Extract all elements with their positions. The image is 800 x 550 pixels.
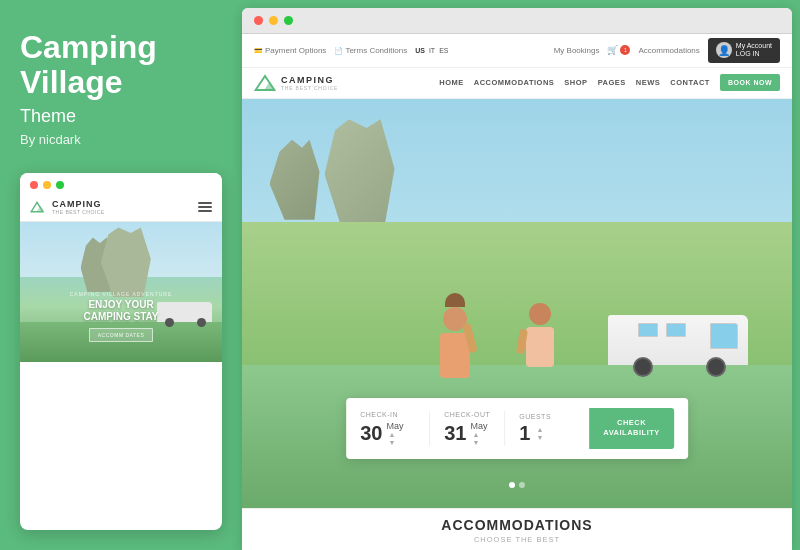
dot-green	[56, 181, 64, 189]
accommodations-section: ACCOMMODATIONS CHOOSE THE BEST	[242, 508, 792, 550]
hero-rv	[608, 312, 748, 377]
website-hero: CHECK-IN 30 May ▲ ▼	[242, 99, 792, 508]
mockup-hamburger-icon[interactable]	[198, 202, 212, 212]
left-panel: Camping Village Theme By nicdark CAMPING…	[0, 0, 242, 550]
lang-us[interactable]: US	[415, 47, 425, 54]
terms-conditions-item[interactable]: Terms Conditions	[334, 46, 407, 55]
theme-subtitle: Theme	[20, 106, 222, 127]
hero-children	[407, 273, 567, 393]
carousel-dot-1[interactable]	[509, 482, 515, 488]
lang-it[interactable]: IT	[429, 47, 435, 54]
nav-logo[interactable]: CAMPING THE BEST CHOICE	[254, 74, 338, 92]
website-content: Payment Options Terms Conditions US IT E…	[242, 34, 792, 550]
mockup-mountain-icon	[30, 201, 44, 213]
topbar-right: My Bookings 1 Accommodations My Account …	[554, 38, 780, 63]
mockup-brand: CAMPING THE BEST CHOICE	[52, 199, 105, 215]
carousel-dots	[509, 482, 525, 488]
checkout-up-arrow[interactable]: ▲	[472, 431, 487, 438]
booking-widget: CHECK-IN 30 May ▲ ▼	[346, 398, 688, 459]
mockup-hero: CAMPING VILLAGE ADVENTURE ENJOY YOUR CAM…	[20, 222, 222, 362]
account-avatar	[716, 42, 732, 58]
mockup-topbar	[20, 173, 222, 193]
rv-window-2	[666, 323, 686, 337]
accommodations-link[interactable]: Accommodations	[638, 46, 699, 55]
nav-item-shop[interactable]: SHOP	[564, 78, 587, 87]
nav-mountain-icon	[254, 74, 276, 92]
svg-marker-3	[264, 81, 275, 90]
browser-window: Payment Options Terms Conditions US IT E…	[242, 8, 792, 550]
checkin-down-arrow[interactable]: ▼	[388, 439, 403, 446]
guests-up-arrow[interactable]: ▲	[536, 426, 543, 433]
accommodations-subtitle: CHOOSE THE BEST	[254, 535, 780, 544]
browser-dot-red[interactable]	[254, 16, 263, 25]
nav-item-accommodations[interactable]: ACCOMMODATIONS	[474, 78, 555, 87]
rv-body	[608, 315, 748, 365]
browser-dot-green[interactable]	[284, 16, 293, 25]
theme-title: Camping Village	[20, 30, 222, 106]
nav-item-home[interactable]: HOME	[439, 78, 464, 87]
nav-item-pages[interactable]: PAGES	[598, 78, 626, 87]
mockup-nav: CAMPING THE BEST CHOICE	[20, 193, 222, 222]
check-availability-button[interactable]: CHECK AVAILABILITY	[589, 408, 674, 449]
svg-marker-1	[36, 206, 44, 212]
lang-es[interactable]: ES	[439, 47, 448, 54]
website-nav: CAMPING THE BEST CHOICE HOME ACCOMMODATI…	[242, 68, 792, 99]
browser-dot-yellow[interactable]	[269, 16, 278, 25]
topbar-left: Payment Options Terms Conditions US IT E…	[254, 46, 449, 55]
accommodations-title: ACCOMMODATIONS	[254, 517, 780, 533]
guests-down-arrow[interactable]: ▼	[536, 434, 543, 441]
payment-options-item[interactable]: Payment Options	[254, 46, 326, 55]
nav-menu: HOME ACCOMMODATIONS SHOP PAGES NEWS CONT…	[439, 74, 780, 91]
user-icon	[718, 45, 730, 56]
nav-item-contact[interactable]: CONTACT	[670, 78, 710, 87]
carousel-dot-2[interactable]	[519, 482, 525, 488]
mobile-mockup: CAMPING THE BEST CHOICE	[20, 173, 222, 530]
theme-by: By nicdark	[20, 132, 222, 147]
guests-field: GUESTS 1 ▲ ▼	[505, 413, 575, 443]
checkin-field: CHECK-IN 30 May ▲ ▼	[360, 411, 430, 446]
rv-wheel-left	[633, 357, 653, 377]
rv-cab	[710, 323, 738, 349]
my-account-button[interactable]: My Account LOG IN	[708, 38, 780, 63]
child-figure-2	[512, 303, 567, 393]
dot-yellow	[43, 181, 51, 189]
child-figure-1	[427, 293, 482, 393]
mockup-overlay-text: CAMPING VILLAGE ADVENTURE ENJOY YOUR CAM…	[30, 291, 212, 342]
rv-wheel-right	[706, 357, 726, 377]
dot-red	[30, 181, 38, 189]
cart-area[interactable]: 1	[607, 45, 630, 55]
payment-icon	[254, 46, 263, 55]
website-topbar: Payment Options Terms Conditions US IT E…	[242, 34, 792, 68]
mockup-cta-btn[interactable]: ACCOMM DATES	[89, 328, 153, 342]
my-bookings-link[interactable]: My Bookings	[554, 46, 600, 55]
nav-item-news[interactable]: NEWS	[636, 78, 661, 87]
hero-background: CHECK-IN 30 May ▲ ▼	[242, 99, 792, 508]
rv-window-1	[638, 323, 658, 337]
terms-icon	[334, 46, 343, 55]
checkin-up-arrow[interactable]: ▲	[388, 431, 403, 438]
book-now-button[interactable]: BOOK NOW	[720, 74, 780, 91]
checkout-field: CHECK-OUT 31 May ▲ ▼	[430, 411, 505, 446]
browser-chrome	[242, 8, 792, 34]
language-selector: US IT ES	[415, 47, 448, 54]
checkout-down-arrow[interactable]: ▼	[472, 439, 487, 446]
cart-icon	[607, 45, 618, 55]
cart-badge: 1	[620, 45, 630, 55]
